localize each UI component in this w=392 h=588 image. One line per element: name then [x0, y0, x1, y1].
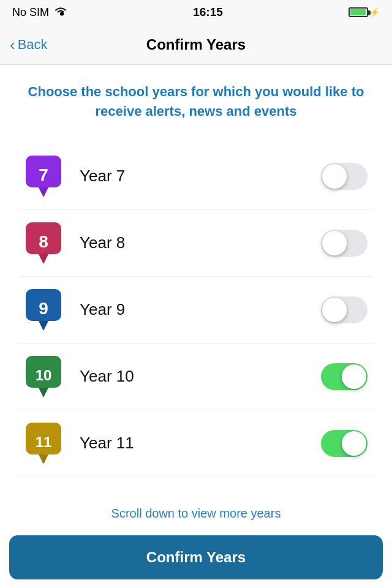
year-row: 9Year 9: [18, 277, 374, 344]
svg-text:10: 10: [36, 367, 52, 383]
back-label[interactable]: Back: [18, 37, 48, 53]
svg-marker-1: [39, 187, 48, 197]
year-9-toggle[interactable]: [321, 296, 368, 323]
status-time: 16:15: [193, 6, 223, 19]
svg-text:8: 8: [39, 232, 48, 251]
year-row: 10Year 10: [18, 344, 374, 410]
nav-bar: ‹ Back Confirm Years: [0, 24, 392, 65]
svg-text:11: 11: [36, 434, 52, 450]
svg-marker-7: [39, 321, 48, 331]
svg-text:7: 7: [39, 165, 48, 184]
status-right: ⚡: [349, 7, 380, 17]
year-7-toggle-knob: [322, 164, 347, 189]
year-11-icon: 11: [24, 421, 62, 466]
year-10-toggle-knob: [342, 364, 366, 389]
status-left: No SIM: [12, 6, 67, 19]
year-8-label: Year 8: [80, 233, 321, 252]
scroll-hint: Scroll down to view more years: [0, 489, 392, 535]
year-9-label: Year 9: [80, 300, 321, 319]
year-10-icon: 10: [24, 355, 62, 399]
year-list: 7Year 78Year 89Year 910Year 1011Year 11: [18, 143, 374, 477]
back-button[interactable]: ‹ Back: [10, 37, 48, 53]
year-row: 8Year 8: [18, 210, 374, 277]
year-9-toggle-knob: [322, 298, 347, 322]
nav-title: Confirm Years: [146, 36, 246, 53]
main-content: Choose the school years for which you wo…: [0, 65, 392, 489]
wifi-icon: [54, 6, 67, 19]
year-row: 11Year 11: [18, 410, 374, 477]
confirm-years-button[interactable]: Confirm Years: [9, 535, 383, 579]
carrier-label: No SIM: [12, 6, 49, 19]
year-8-toggle-knob: [322, 231, 347, 255]
year-11-toggle[interactable]: [321, 430, 368, 457]
year-11-label: Year 11: [80, 434, 321, 453]
year-9-icon: 9: [24, 288, 62, 332]
svg-text:9: 9: [39, 299, 48, 318]
year-10-toggle[interactable]: [321, 363, 368, 390]
year-7-icon: 7: [24, 154, 62, 198]
description-text: Choose the school years for which you wo…: [18, 82, 374, 121]
svg-marker-4: [39, 254, 48, 264]
status-bar: No SIM 16:15 ⚡: [0, 0, 392, 24]
year-10-label: Year 10: [80, 367, 321, 386]
svg-marker-10: [39, 388, 48, 398]
year-7-label: Year 7: [80, 167, 321, 186]
year-7-toggle[interactable]: [321, 163, 368, 190]
back-chevron-icon: ‹: [10, 37, 15, 53]
year-8-toggle[interactable]: [321, 230, 368, 257]
charging-icon: ⚡: [369, 7, 380, 17]
year-11-toggle-knob: [342, 431, 366, 456]
year-8-icon: 8: [24, 221, 62, 265]
year-row: 7Year 7: [18, 143, 374, 210]
svg-marker-13: [39, 454, 48, 464]
battery-icon: [349, 7, 368, 17]
